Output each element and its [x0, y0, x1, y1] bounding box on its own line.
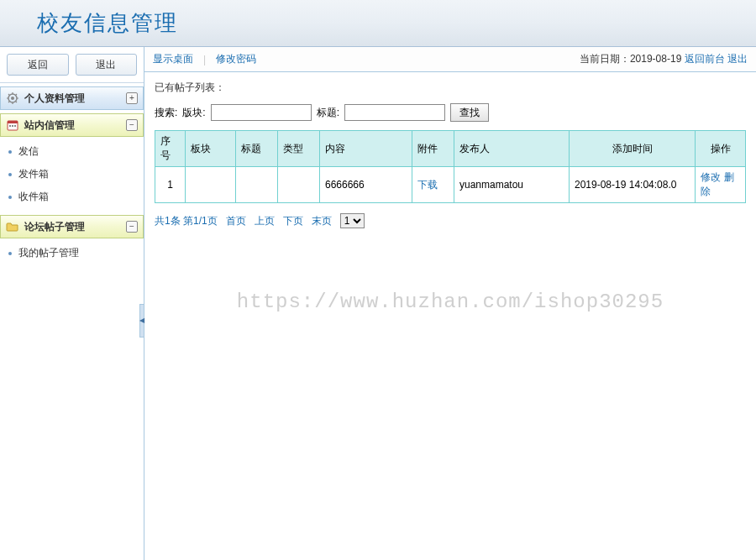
- change-password-link[interactable]: 修改密码: [216, 52, 256, 66]
- panel-title-forum: 论坛帖子管理: [24, 220, 126, 234]
- menu-item-outbox[interactable]: 发件箱: [0, 163, 144, 186]
- bullet-icon: [8, 196, 12, 199]
- content: 已有帖子列表： 搜索: 版块: 标题: 查找 序号 板块 标题 类型 内容: [144, 72, 756, 237]
- main: 显示桌面 | 修改密码 当前日期：2019-08-19 返回前台 退出 已有帖子…: [144, 47, 756, 560]
- divider: |: [203, 54, 206, 65]
- cell-section: [186, 167, 236, 203]
- current-date: 2019-08-19: [630, 53, 681, 65]
- pager-next[interactable]: 下页: [283, 214, 303, 228]
- th-publisher: 发布人: [454, 131, 570, 167]
- menu-item-inbox[interactable]: 收件箱: [0, 186, 144, 208]
- menu-label: 我的帖子管理: [18, 246, 79, 260]
- cell-addtime: 2019-08-19 14:04:08.0: [570, 167, 696, 203]
- menu-label: 发信: [18, 144, 39, 159]
- pager: 共1条 第1/1页 首页 上页 下页 末页 1: [155, 213, 746, 228]
- back-front-link[interactable]: 返回前台: [685, 53, 725, 65]
- th-actions: 操作: [696, 131, 746, 167]
- svg-rect-4: [9, 125, 11, 127]
- cell-publisher: yuanmamatou: [454, 167, 570, 203]
- bullet-icon: [8, 173, 12, 176]
- title-input[interactable]: [344, 104, 445, 121]
- app-title: 校友信息管理: [37, 8, 178, 38]
- show-desktop-link[interactable]: 显示桌面: [153, 52, 193, 66]
- menu-item-my-posts[interactable]: 我的帖子管理: [0, 242, 144, 264]
- panel-body-mail: 发信 发件箱 收件箱: [0, 137, 144, 212]
- back-button[interactable]: 返回: [7, 54, 69, 76]
- collapse-icon[interactable]: −: [126, 221, 138, 233]
- search-row: 搜索: 版块: 标题: 查找: [155, 103, 746, 122]
- th-addtime: 添加时间: [570, 131, 696, 167]
- sidebar: 返回 退出 个人资料管理 + 站内信管理 − 发信 发件箱: [0, 47, 144, 560]
- pager-prev[interactable]: 上页: [255, 214, 275, 228]
- calendar-icon: [6, 118, 19, 132]
- app-header: 校友信息管理: [0, 0, 756, 47]
- current-date-label: 当前日期：: [580, 53, 630, 65]
- panel-title-mail: 站内信管理: [24, 118, 126, 133]
- cell-attachment: 下载: [412, 167, 454, 203]
- logout-link[interactable]: 退出: [727, 53, 748, 65]
- svg-point-1: [11, 97, 14, 100]
- th-index: 序号: [155, 131, 186, 167]
- pager-last[interactable]: 末页: [312, 214, 332, 228]
- exit-button[interactable]: 退出: [76, 54, 138, 76]
- sidebar-top-buttons: 返回 退出: [0, 47, 144, 83]
- topbar-right: 当前日期：2019-08-19 返回前台 退出: [580, 52, 748, 66]
- panel-forum: 论坛帖子管理 − 我的帖子管理: [0, 215, 144, 268]
- cell-index: 1: [155, 167, 186, 203]
- section-label: 版块:: [182, 106, 205, 120]
- posts-table: 序号 板块 标题 类型 内容 附件 发布人 添加时间 操作 1: [155, 130, 746, 203]
- th-title: 标题: [236, 131, 278, 167]
- menu-label: 收件箱: [18, 190, 49, 204]
- gear-icon: [6, 92, 19, 105]
- bullet-icon: [8, 150, 12, 154]
- th-attachment: 附件: [412, 131, 454, 167]
- search-label: 搜索:: [155, 106, 177, 120]
- cell-actions: 修改删除: [696, 167, 746, 203]
- th-content: 内容: [320, 131, 412, 167]
- menu-item-send[interactable]: 发信: [0, 140, 144, 163]
- svg-rect-6: [14, 125, 16, 127]
- th-section: 板块: [186, 131, 236, 167]
- topbar: 显示桌面 | 修改密码 当前日期：2019-08-19 返回前台 退出: [144, 47, 756, 72]
- panel-header-mail[interactable]: 站内信管理 −: [0, 113, 144, 137]
- table-header-row: 序号 板块 标题 类型 内容 附件 发布人 添加时间 操作: [155, 131, 746, 167]
- svg-rect-3: [8, 121, 18, 123]
- th-type: 类型: [278, 131, 320, 167]
- panel-profile: 个人资料管理 +: [0, 86, 144, 110]
- panel-mail: 站内信管理 − 发信 发件箱 收件箱: [0, 113, 144, 212]
- cell-title: [236, 167, 278, 203]
- download-link[interactable]: 下载: [417, 179, 438, 191]
- expand-icon[interactable]: +: [126, 92, 138, 104]
- panel-header-forum[interactable]: 论坛帖子管理 −: [0, 215, 144, 238]
- watermark: https://www.huzhan.com/ishop30295: [237, 290, 664, 313]
- cell-content: 6666666: [320, 167, 412, 203]
- svg-rect-5: [12, 125, 13, 127]
- section-input[interactable]: [211, 104, 312, 121]
- pager-first[interactable]: 首页: [226, 214, 246, 228]
- pager-info: 共1条 第1/1页: [155, 214, 218, 228]
- bullet-icon: [8, 252, 12, 255]
- topbar-left: 显示桌面 | 修改密码: [153, 52, 256, 66]
- menu-label: 发件箱: [18, 167, 49, 181]
- panel-title-profile: 个人资料管理: [24, 92, 126, 106]
- table-row: 1 6666666 下载 yuanmamatou 2019-08-19 14:0…: [155, 167, 746, 203]
- edit-link[interactable]: 修改: [701, 171, 721, 183]
- collapse-icon[interactable]: −: [126, 119, 138, 131]
- list-title: 已有帖子列表：: [155, 81, 746, 95]
- folder-icon: [6, 220, 19, 233]
- cell-type: [278, 167, 320, 203]
- title-label: 标题:: [317, 106, 339, 120]
- layout: 返回 退出 个人资料管理 + 站内信管理 − 发信 发件箱: [0, 47, 756, 560]
- search-button[interactable]: 查找: [450, 103, 489, 122]
- panel-body-forum: 我的帖子管理: [0, 238, 144, 268]
- pager-select[interactable]: 1: [340, 213, 365, 228]
- panel-header-profile[interactable]: 个人资料管理 +: [0, 86, 144, 110]
